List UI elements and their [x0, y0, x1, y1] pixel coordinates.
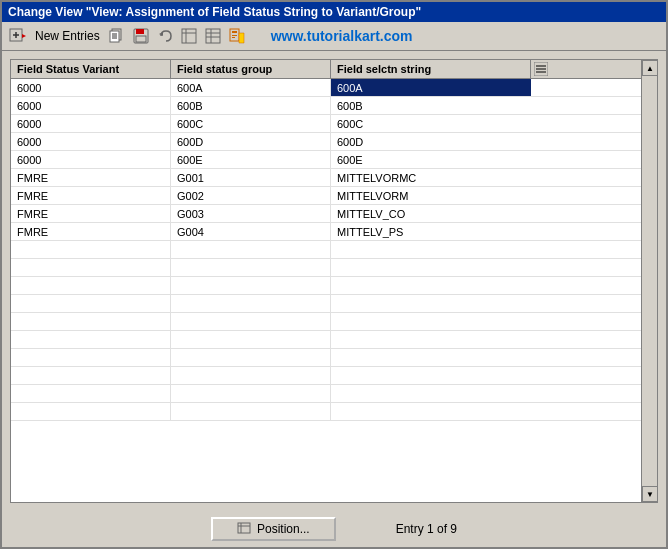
empty-cell	[11, 277, 171, 294]
cell-field-selctn-string: 600D	[331, 133, 531, 150]
table-view-icon[interactable]	[203, 26, 223, 46]
cell-field-status-group: 600E	[171, 151, 331, 168]
empty-cell	[171, 313, 331, 330]
empty-cell	[331, 259, 531, 276]
empty-cell	[171, 277, 331, 294]
watermark: www.tutorialkart.com	[271, 28, 413, 44]
cell-field-selctn-string: MITTELVORMC	[331, 169, 531, 186]
column-header-field-status-variant: Field Status Variant	[11, 60, 171, 78]
table-row[interactable]: FMREG002MITTELVORM	[11, 187, 657, 205]
cell-field-status-group: 600D	[171, 133, 331, 150]
table-header: Field Status Variant Field status group …	[11, 60, 657, 79]
table-row[interactable]: FMREG003MITTELV_CO	[11, 205, 657, 223]
empty-cell	[331, 385, 531, 402]
cell-field-selctn-string: MITTELVORM	[331, 187, 531, 204]
export-icon[interactable]	[227, 26, 247, 46]
footer-bar: Position... Entry 1 of 9	[2, 511, 666, 547]
position-button-label: Position...	[257, 522, 310, 536]
cell-field-status-group: G002	[171, 187, 331, 204]
svg-marker-3	[22, 34, 26, 38]
table-row[interactable]: FMREG001MITTELVORMC	[11, 169, 657, 187]
cell-field-status-group: 600A	[171, 79, 331, 96]
cell-field-selctn-string: 600B	[331, 97, 531, 114]
cell-field-status-group: 600C	[171, 115, 331, 132]
table-row-empty	[11, 349, 657, 367]
table-row-empty	[11, 313, 657, 331]
empty-cell	[171, 259, 331, 276]
table-row[interactable]: 6000600A600A	[11, 79, 657, 97]
table-row[interactable]: 6000600B600B	[11, 97, 657, 115]
svg-rect-23	[232, 37, 235, 38]
toolbar: New Entries	[2, 22, 666, 51]
cell-field-status-variant: FMRE	[11, 169, 171, 186]
scroll-track[interactable]	[642, 76, 657, 486]
table-row-empty	[11, 367, 657, 385]
column-settings-icon[interactable]	[531, 60, 551, 78]
window-title: Change View "View: Assignment of Field S…	[8, 5, 421, 19]
column-header-field-selctn-string: Field selctn string	[331, 60, 531, 78]
column-header-field-status-group: Field status group	[171, 60, 331, 78]
scrollbar[interactable]: ▲ ▼	[641, 60, 657, 502]
svg-rect-13	[182, 29, 196, 43]
main-window: Change View "View: Assignment of Field S…	[0, 0, 668, 549]
cell-field-selctn-string: 600E	[331, 151, 531, 168]
empty-cell	[331, 349, 531, 366]
svg-rect-22	[232, 35, 237, 36]
copy2-icon[interactable]	[179, 26, 199, 46]
empty-cell	[11, 313, 171, 330]
position-button[interactable]: Position...	[211, 517, 336, 541]
cell-field-status-variant: 6000	[11, 151, 171, 168]
table-row[interactable]: 6000600E600E	[11, 151, 657, 169]
empty-cell	[331, 241, 531, 258]
scroll-up-button[interactable]: ▲	[642, 60, 658, 76]
cell-field-status-group: 600B	[171, 97, 331, 114]
empty-cell	[11, 295, 171, 312]
table-row-empty	[11, 331, 657, 349]
empty-cell	[331, 367, 531, 384]
table-row-empty	[11, 403, 657, 421]
cell-field-status-variant: 6000	[11, 133, 171, 150]
empty-cell	[171, 403, 331, 420]
cell-field-status-variant: 6000	[11, 97, 171, 114]
title-bar: Change View "View: Assignment of Field S…	[2, 2, 666, 22]
new-entries-icon[interactable]	[8, 26, 28, 46]
table-row[interactable]: FMREG004MITTELV_PS	[11, 223, 657, 241]
cell-field-status-group: G003	[171, 205, 331, 222]
copy-icon[interactable]	[107, 26, 127, 46]
empty-cell	[331, 277, 531, 294]
content-area: Field Status Variant Field status group …	[2, 51, 666, 511]
cell-field-status-group: G004	[171, 223, 331, 240]
empty-cell	[331, 331, 531, 348]
empty-cell	[11, 385, 171, 402]
table-row[interactable]: 6000600D600D	[11, 133, 657, 151]
empty-cell	[171, 295, 331, 312]
cell-field-selctn-string: MITTELV_PS	[331, 223, 531, 240]
table-row-empty	[11, 241, 657, 259]
entry-info: Entry 1 of 9	[396, 522, 457, 536]
table-body: 6000600A600A6000600B600B6000600C600C6000…	[11, 79, 657, 502]
save-icon[interactable]	[131, 26, 151, 46]
cell-field-status-variant: 6000	[11, 79, 171, 96]
svg-rect-10	[136, 29, 144, 34]
undo-icon[interactable]	[155, 26, 175, 46]
cell-field-status-variant: FMRE	[11, 187, 171, 204]
empty-cell	[11, 403, 171, 420]
data-table: Field Status Variant Field status group …	[10, 59, 658, 503]
scroll-down-button[interactable]: ▼	[642, 486, 658, 502]
cell-field-status-variant: FMRE	[11, 205, 171, 222]
cell-field-selctn-string: 600A	[331, 79, 531, 96]
svg-rect-16	[206, 29, 220, 43]
empty-cell	[11, 259, 171, 276]
empty-cell	[331, 403, 531, 420]
table-row-empty	[11, 385, 657, 403]
cell-field-status-group: G001	[171, 169, 331, 186]
cell-field-selctn-string: MITTELV_CO	[331, 205, 531, 222]
svg-marker-24	[239, 33, 244, 43]
new-entries-button[interactable]: New Entries	[32, 28, 103, 44]
cell-field-status-variant: 6000	[11, 115, 171, 132]
table-row[interactable]: 6000600C600C	[11, 115, 657, 133]
empty-cell	[11, 367, 171, 384]
svg-rect-21	[232, 31, 237, 33]
new-entries-label: New Entries	[35, 29, 100, 43]
table-row-empty	[11, 277, 657, 295]
